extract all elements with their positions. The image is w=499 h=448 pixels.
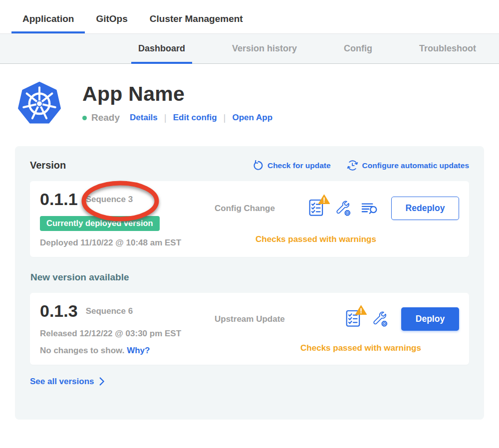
no-changes-label: No changes to show. <box>40 346 124 355</box>
check-for-update-link[interactable]: Check for update <box>253 160 331 171</box>
open-app-link[interactable]: Open App <box>232 113 272 123</box>
app-status-label: Ready <box>91 112 120 123</box>
see-all-versions-label: See all versions <box>30 377 94 387</box>
available-sequence-label: Sequence 6 <box>86 306 133 316</box>
tab-cluster-management[interactable]: Cluster Management <box>139 0 254 33</box>
deploy-button[interactable]: Deploy <box>401 307 459 331</box>
refresh-icon <box>253 160 263 171</box>
ready-status-dot-icon <box>82 116 87 120</box>
version-panel: Version Check for update Configure autom… <box>15 146 484 420</box>
tab-troubleshoot[interactable]: Troubleshoot <box>412 34 483 63</box>
tab-gitops[interactable]: GitOps <box>85 0 138 33</box>
available-version-card: 0.1.3 Sequence 6 Released 12/12/22 @ 03:… <box>30 293 469 364</box>
view-files-icon[interactable] <box>361 202 378 215</box>
tab-version-history[interactable]: Version history <box>225 34 304 63</box>
tab-dashboard[interactable]: Dashboard <box>131 34 192 63</box>
deployed-version-number: 0.1.1 <box>40 190 78 209</box>
redeploy-button[interactable]: Redeploy <box>391 197 459 220</box>
details-link[interactable]: Details <box>130 113 158 123</box>
why-link[interactable]: Why? <box>127 346 150 355</box>
new-version-heading: New version available <box>30 272 469 283</box>
tab-config[interactable]: Config <box>337 34 379 63</box>
primary-nav: Application GitOps Cluster Management <box>0 0 499 33</box>
available-checks-status: Checks passed with warnings <box>300 343 421 353</box>
config-wrench-icon[interactable] <box>335 200 351 217</box>
released-timestamp: Released 12/12/22 @ 03:30 pm EST <box>40 329 215 339</box>
chevron-right-icon <box>99 377 105 386</box>
warning-triangle-icon <box>318 194 330 205</box>
deployed-checks-status: Checks passed with warnings <box>255 234 376 244</box>
version-panel-title: Version <box>30 160 66 171</box>
config-wrench-icon[interactable] <box>372 311 388 327</box>
deployed-change-type: Config Change <box>215 204 275 214</box>
link-divider: | <box>224 112 226 123</box>
configure-automatic-updates-label: Configure automatic updates <box>362 161 469 170</box>
see-all-versions-link[interactable]: See all versions <box>30 377 469 387</box>
edit-config-link[interactable]: Edit config <box>173 113 217 123</box>
available-version-number: 0.1.3 <box>40 302 78 320</box>
deployed-timestamp: Deployed 11/10/22 @ 10:48 am EST <box>40 238 215 248</box>
deployed-sequence-label: Sequence 3 <box>86 195 133 205</box>
configure-automatic-updates-link[interactable]: Configure automatic updates <box>347 160 469 171</box>
link-divider: | <box>164 112 167 123</box>
app-name-title: App Name <box>82 82 272 106</box>
app-sub-nav: Dashboard Version history Config Trouble… <box>0 33 499 64</box>
warning-triangle-icon <box>355 305 367 315</box>
tab-application[interactable]: Application <box>11 0 85 33</box>
available-change-type: Upstream Update <box>215 314 285 324</box>
currently-deployed-badge: Currently deployed version <box>40 216 160 231</box>
app-header: App Name Ready Details | Edit config | O… <box>17 79 499 126</box>
scheduled-update-icon <box>347 160 358 171</box>
kubernetes-logo-icon <box>17 79 61 126</box>
check-for-update-label: Check for update <box>267 161 331 170</box>
deployed-version-card: 0.1.1 Sequence 3 Currently deployed vers… <box>30 181 469 257</box>
no-changes-text: No changes to show. Why? <box>40 346 215 356</box>
